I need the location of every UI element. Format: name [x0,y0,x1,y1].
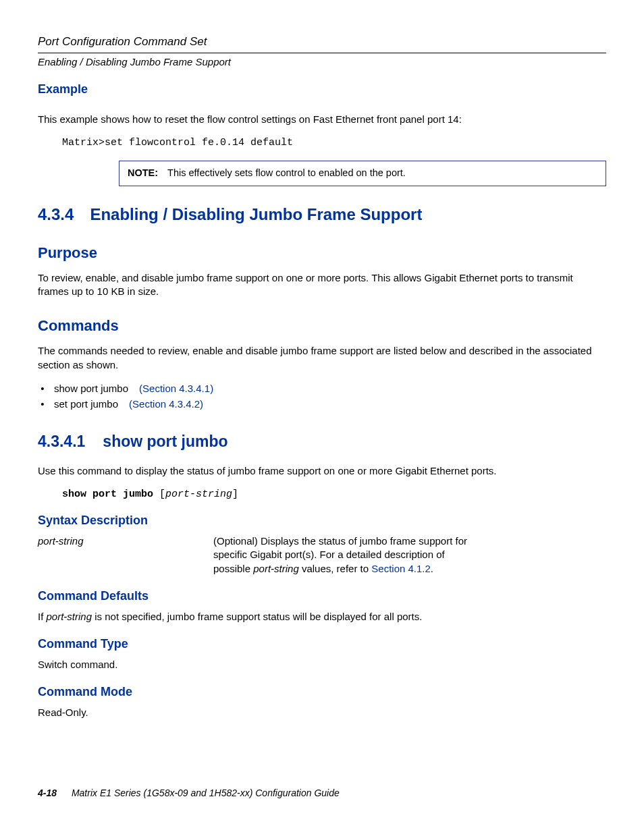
param-desc-line: specific Gigabit port(s). For a detailed… [213,549,445,560]
param-desc-line: . [431,563,433,574]
section-number: 4.3.4 [38,205,74,224]
running-title: Port Configuration Command Set [38,35,606,49]
bullet-icon: • [38,383,47,394]
note-box: NOTE: This effectively sets flow control… [119,161,606,186]
command-description: Use this command to display the status o… [38,464,606,478]
command-title: show port jumbo [103,433,227,451]
heading-commands: Commands [38,317,606,335]
page-footer: 4-18 Matrix E1 Series (1G58x-09 and 1H58… [38,788,340,798]
text-italic: port-string [47,611,92,622]
commands-list: • show port jumbo (Section 4.3.4.1) • se… [38,383,606,410]
param-desc-line: possible [213,563,253,574]
heading-purpose: Purpose [38,244,606,262]
command-type-text: Switch command. [38,658,606,671]
bullet-icon: • [38,398,47,410]
heading-command-defaults: Command Defaults [38,589,606,603]
cross-reference-link[interactable]: (Section 4.3.4.2) [129,398,203,410]
commands-intro: The commands needed to review, enable an… [38,344,606,372]
section-heading: 4.3.4 Enabling / Disabling Jumbo Frame S… [38,205,606,224]
list-item: • set port jumbo (Section 4.3.4.2) [38,398,606,410]
command-number: 4.3.4.1 [38,433,85,451]
running-subtitle: Enabling / Disabling Jumbo Frame Support [38,56,606,67]
command-mode-text: Read-Only. [38,706,606,719]
text-fragment: If [38,611,47,622]
cross-reference-link[interactable]: (Section 4.3.4.1) [139,383,213,394]
purpose-text: To review, enable, and disable jumbo fra… [38,271,606,299]
command-name: set port jumbo [54,398,118,410]
page-number: 4-18 [38,788,57,798]
param-desc-line: values, refer to [299,563,372,574]
note-label: NOTE: [128,167,158,180]
header-rule [38,53,606,53]
guide-title: Matrix E1 Series (1G58x-09 and 1H582-xx)… [72,788,340,798]
param-desc-line: (Optional) Displays the status of jumbo … [213,535,467,547]
cross-reference-link[interactable]: Section 4.1.2 [371,563,431,574]
list-item: • show port jumbo (Section 4.3.4.1) [38,383,606,394]
heading-syntax-description: Syntax Description [38,514,606,528]
param-desc-italic: port-string [253,563,299,574]
command-syntax: show port jumbo [port-string] [62,489,606,500]
note-body: This effectively sets flow control to en… [167,167,597,180]
heading-example: Example [38,82,606,96]
heading-command-mode: Command Mode [38,685,606,699]
syntax-description-row: port-string (Optional) Displays the stat… [38,534,606,576]
example-code: Matrix>set flowcontrol fe.0.14 default [62,137,606,148]
text-fragment: is not specified, jumbo frame support st… [92,611,422,622]
command-defaults-text: If port-string is not specified, jumbo f… [38,610,606,624]
param-name: port-string [38,534,213,576]
heading-command-type: Command Type [38,637,606,651]
example-text: This example shows how to reset the flow… [38,113,606,126]
command-name: show port jumbo [54,383,128,394]
command-heading: 4.3.4.1 show port jumbo [38,433,606,451]
section-title: Enabling / Disabling Jumbo Frame Support [90,205,422,224]
param-description: (Optional) Displays the status of jumbo … [213,534,606,576]
